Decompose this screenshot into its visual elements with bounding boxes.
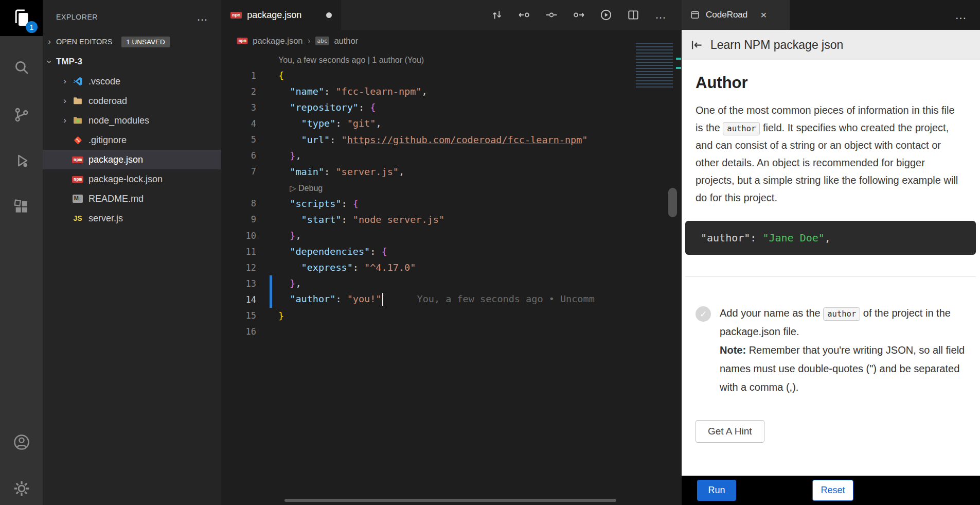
code-line[interactable]: 3 "repository": { bbox=[221, 99, 682, 115]
code-token: You, a few seconds ago • Uncomm bbox=[417, 293, 595, 304]
tree-item-server-js[interactable]: JS server.js bbox=[43, 208, 221, 228]
code-token: : bbox=[342, 198, 353, 209]
lesson-header: Learn NPM package json bbox=[682, 30, 980, 60]
panel-footer: Run Reset bbox=[682, 476, 980, 505]
code-token bbox=[278, 198, 290, 209]
code-token: , bbox=[295, 230, 301, 241]
step-marker-icon[interactable] bbox=[545, 8, 558, 22]
more-actions-icon[interactable]: … bbox=[654, 8, 667, 22]
code-token: "url" bbox=[301, 134, 330, 145]
settings-gear-icon[interactable] bbox=[0, 473, 43, 504]
toggle-menu-icon[interactable] bbox=[690, 38, 704, 52]
tree-item-label: package.json bbox=[88, 154, 143, 165]
code-line[interactable]: 13 }, bbox=[221, 275, 682, 291]
code-line[interactable]: 1{ bbox=[221, 67, 682, 83]
code-line[interactable]: 12 "express": "^4.17.0" bbox=[221, 259, 682, 275]
code-line[interactable]: 9 "start": "node server.js" bbox=[221, 212, 682, 228]
tab-coderoad[interactable]: CodeRoad × bbox=[682, 0, 790, 30]
account-icon[interactable] bbox=[0, 427, 43, 458]
extensions-icon[interactable] bbox=[0, 191, 43, 222]
activity-item-explorer[interactable]: 1 bbox=[0, 0, 43, 36]
code-token: , bbox=[295, 278, 301, 289]
code-line[interactable]: 7 "main": "server.js", bbox=[221, 164, 682, 180]
tree-item-label: node_modules bbox=[88, 115, 149, 126]
run-circle-icon[interactable] bbox=[599, 8, 613, 22]
horizontal-scrollbar[interactable] bbox=[284, 499, 616, 502]
code-line-content: "name": "fcc-learn-npm", bbox=[278, 86, 427, 97]
code-token bbox=[278, 230, 290, 241]
code-line[interactable]: 16 bbox=[221, 324, 682, 340]
close-icon[interactable]: × bbox=[760, 9, 767, 21]
code-token: "you!" bbox=[347, 293, 382, 304]
code-token bbox=[278, 214, 301, 225]
get-a-hint-button[interactable]: Get A Hint bbox=[696, 420, 764, 443]
tree-item-gitignore[interactable]: .gitignore bbox=[43, 130, 221, 150]
code-token bbox=[278, 262, 301, 273]
tree-item-readme-md[interactable]: M↓ README.md bbox=[43, 189, 221, 208]
page-title: Author bbox=[696, 74, 980, 92]
task-text-part: Add your name as the bbox=[720, 307, 823, 319]
sidebar-title: EXPLORER bbox=[56, 13, 98, 21]
code-token: } bbox=[290, 150, 295, 161]
code-line[interactable]: 10 }, bbox=[221, 228, 682, 243]
code-line[interactable]: 15} bbox=[221, 308, 682, 324]
tree-item-package-lock-json[interactable]: npm package-lock.json bbox=[43, 169, 221, 189]
breadcrumb-symbol[interactable]: author bbox=[334, 36, 358, 46]
open-editors-label: OPEN EDITORS bbox=[56, 38, 112, 46]
tree-item-vscode[interactable]: › .vscode bbox=[43, 72, 221, 91]
panel-more-icon[interactable]: … bbox=[955, 8, 980, 22]
code-line-content: "type": "git", bbox=[278, 118, 382, 129]
step-forward-icon[interactable] bbox=[572, 8, 585, 22]
code-lines: You, a few seconds ago | 1 author (You)1… bbox=[221, 51, 682, 340]
split-editor-icon[interactable] bbox=[627, 8, 640, 22]
tree-item-label: package-lock.json bbox=[88, 174, 163, 185]
step-back-icon[interactable] bbox=[518, 8, 531, 22]
breadcrumb-file[interactable]: package.json bbox=[253, 36, 302, 46]
vertical-scrollbar[interactable] bbox=[668, 188, 677, 217]
sidebar-more-icon[interactable]: … bbox=[197, 10, 208, 24]
code-token bbox=[278, 278, 290, 289]
code-line[interactable]: 11 "dependencies": { bbox=[221, 243, 682, 259]
line-number: 6 bbox=[221, 150, 256, 161]
search-icon[interactable] bbox=[0, 52, 43, 83]
tree-item-coderoad[interactable]: › coderoad bbox=[43, 91, 221, 111]
code-line[interactable]: 4 "type": "git", bbox=[221, 115, 682, 131]
line-number: 9 bbox=[221, 214, 256, 224]
reset-button[interactable]: Reset bbox=[812, 480, 853, 501]
npm-icon: npm bbox=[230, 12, 242, 19]
line-number: 13 bbox=[221, 278, 256, 289]
source-control-icon[interactable] bbox=[0, 99, 43, 130]
unsaved-dot-icon[interactable] bbox=[326, 12, 332, 18]
code-line-content: "url": "https://github.com/coderoad/fcc-… bbox=[278, 134, 587, 145]
tree-item-node-modules[interactable]: › node_modules bbox=[43, 111, 221, 130]
code-token: { bbox=[370, 102, 376, 113]
minimap[interactable] bbox=[636, 43, 673, 90]
code-line[interactable]: 8 "scripts": { bbox=[221, 196, 682, 212]
tab-package-json[interactable]: npm package.json bbox=[221, 0, 341, 30]
line-number: 4 bbox=[221, 118, 256, 129]
panel-tab-bar: CodeRoad × … bbox=[682, 0, 980, 30]
git-compare-icon[interactable] bbox=[490, 8, 504, 22]
code-line[interactable]: 14 "author": "you!"You, a few seconds ag… bbox=[221, 291, 682, 307]
code-line[interactable]: 5 "url": "https://github.com/coderoad/fc… bbox=[221, 131, 682, 147]
folder-root-tmp-3[interactable]: › TMP-3 bbox=[43, 52, 221, 72]
folder-node-modules-icon bbox=[72, 115, 84, 126]
codelens-line[interactable]: You, a few seconds ago | 1 author (You) bbox=[221, 51, 682, 67]
explorer-badge: 1 bbox=[26, 21, 38, 33]
sidebar-header: EXPLORER … bbox=[43, 7, 221, 27]
codelens-line[interactable]: ▷ Debug bbox=[221, 180, 682, 196]
code-line[interactable]: 2 "name": "fcc-learn-npm", bbox=[221, 83, 682, 99]
divider bbox=[685, 276, 976, 277]
run-debug-icon[interactable] bbox=[0, 145, 43, 176]
tree-item-package-json[interactable]: npm package.json bbox=[43, 150, 221, 169]
code-token: You, a few seconds ago | 1 author (You) bbox=[278, 56, 424, 64]
code-token: : bbox=[330, 134, 341, 145]
code-line[interactable]: 6 }, bbox=[221, 148, 682, 164]
run-button[interactable]: Run bbox=[697, 480, 736, 501]
chevron-right-icon: › bbox=[58, 96, 72, 106]
line-number: 5 bbox=[221, 134, 256, 145]
code-token: : bbox=[370, 246, 381, 257]
panel-tab-label: CodeRoad bbox=[706, 10, 747, 20]
open-editors-section[interactable]: › OPEN EDITORS 1 UNSAVED bbox=[43, 32, 221, 51]
file-tree: › .vscode › coderoad › node_modules bbox=[43, 72, 221, 228]
